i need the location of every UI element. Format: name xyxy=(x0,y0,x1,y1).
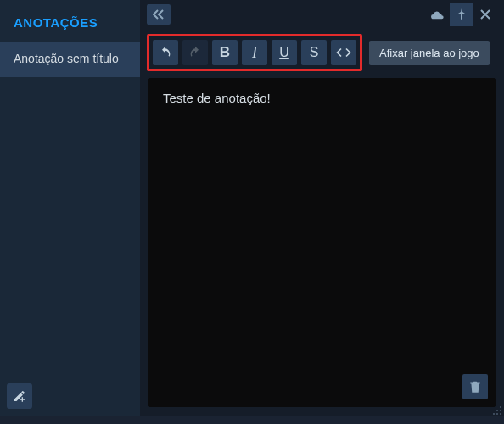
topbar xyxy=(140,0,504,29)
close-icon xyxy=(480,9,490,20)
svg-point-5 xyxy=(500,413,501,415)
sidebar-footer xyxy=(0,377,140,416)
italic-button[interactable]: I xyxy=(242,40,267,65)
window-controls xyxy=(426,3,497,26)
sidebar: ANOTAÇÕES Anotação sem título xyxy=(0,0,140,416)
new-note-button[interactable] xyxy=(7,383,32,409)
note-list-item[interactable]: Anotação sem título xyxy=(0,42,140,77)
sidebar-title: ANOTAÇÕES xyxy=(0,0,140,42)
cloud-sync-button[interactable] xyxy=(426,3,450,26)
code-button[interactable] xyxy=(331,40,356,65)
svg-point-4 xyxy=(496,413,498,415)
note-item-label: Anotação sem título xyxy=(14,52,119,65)
delete-note-button[interactable] xyxy=(462,374,488,399)
pencil-plus-icon xyxy=(13,389,26,403)
pin-to-game-button[interactable]: Afixar janela ao jogo xyxy=(369,41,490,65)
cloud-icon xyxy=(431,9,445,20)
trash-icon xyxy=(469,380,481,393)
redo-icon xyxy=(188,46,202,59)
redo-button[interactable] xyxy=(182,40,208,65)
editor-content: Teste de anotação! xyxy=(163,91,271,105)
close-window-button[interactable] xyxy=(473,3,497,26)
chevron-double-left-icon xyxy=(153,9,165,20)
svg-point-0 xyxy=(500,406,501,408)
main-panel: B I U S Afixar janela ao jogo Teste de a… xyxy=(140,0,504,416)
pin-icon xyxy=(456,8,467,20)
toolbar-highlight: B I U S xyxy=(147,34,362,71)
strikethrough-button[interactable]: S xyxy=(301,40,327,65)
strike-glyph: S xyxy=(310,45,319,60)
resize-handle[interactable] xyxy=(492,404,502,414)
underline-button[interactable]: U xyxy=(272,40,297,65)
bold-button[interactable]: B xyxy=(212,40,238,65)
undo-button[interactable] xyxy=(153,40,178,65)
svg-point-1 xyxy=(496,410,498,411)
pin-window-button[interactable] xyxy=(450,3,473,26)
svg-point-3 xyxy=(493,413,495,415)
collapse-sidebar-button[interactable] xyxy=(147,4,171,25)
undo-icon xyxy=(159,46,172,59)
toolbar: B I U S Afixar janela ao jogo xyxy=(140,29,504,76)
svg-point-2 xyxy=(500,410,501,411)
code-icon xyxy=(336,47,351,59)
notes-app: ANOTAÇÕES Anotação sem título xyxy=(0,0,504,416)
resize-grip-icon xyxy=(492,405,502,416)
note-editor[interactable]: Teste de anotação! xyxy=(148,78,496,407)
